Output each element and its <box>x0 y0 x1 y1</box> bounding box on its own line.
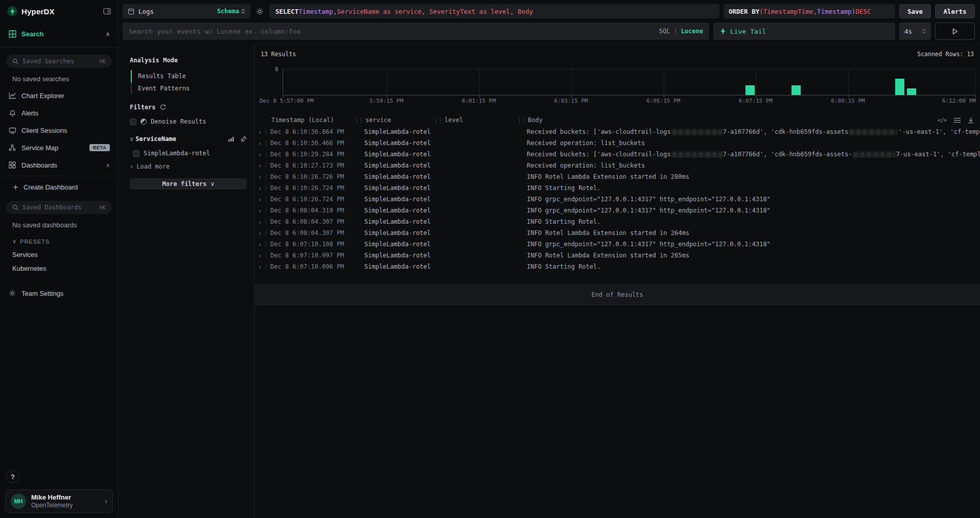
row-expander-icon[interactable]: › <box>258 173 264 181</box>
sidebar-item-client-sessions[interactable]: Client Sessions <box>0 122 118 139</box>
row-expander-icon[interactable]: › <box>258 128 264 136</box>
presets-section-toggle[interactable]: ∨ PRESETS <box>0 233 118 248</box>
refresh-icon[interactable] <box>160 104 166 110</box>
table-row[interactable]: ›Dec 8 6:10:26.724 PMSimpleLambda-rotelI… <box>254 194 980 205</box>
schema-label: Schema <box>217 8 239 15</box>
table-row[interactable]: ›Dec 8 6:10:26.724 PMSimpleLambda-rotelI… <box>254 182 980 194</box>
preset-item-services[interactable]: Services <box>0 248 118 262</box>
row-expander-icon[interactable]: › <box>258 151 264 158</box>
row-expander-icon[interactable]: › <box>258 162 264 170</box>
sql-mode-button[interactable]: SQL <box>659 28 670 35</box>
column-header-service[interactable]: ⋮⋮service <box>354 116 433 124</box>
cell-timestamp: Dec 8 6:10:36.864 PM <box>270 128 357 135</box>
sidebar-item-alerts[interactable]: Alerts <box>0 104 118 122</box>
column-drag-handle[interactable]: ⋮⋮ <box>354 117 362 124</box>
preset-item-kubernetes[interactable]: Kubernetes <box>0 262 118 275</box>
table-row[interactable]: ›Dec 8 6:10:36.466 PMSimpleLambda-rotelR… <box>254 137 980 149</box>
schema-toggle[interactable]: Schema <box>217 8 245 15</box>
analysis-mode-results-table[interactable]: Results Table <box>131 70 247 82</box>
filter-group-servicename[interactable]: ∨ ServiceName <box>130 135 247 143</box>
denoise-results-option[interactable]: Denoise Results <box>130 118 247 125</box>
row-expander-icon[interactable]: › <box>258 218 264 226</box>
run-query-button[interactable] <box>935 22 975 40</box>
lucene-mode-button[interactable]: Lucene <box>681 28 703 35</box>
row-expander-icon[interactable]: › <box>258 229 264 237</box>
table-row[interactable]: ›Dec 8 6:10:36.864 PMSimpleLambda-rotelR… <box>254 126 980 137</box>
select-clause-input[interactable]: SELECT Timestamp, ServiceName as service… <box>269 4 719 18</box>
table-row[interactable]: ›Dec 8 6:07:10.108 PMSimpleLambda-rotelI… <box>254 239 980 250</box>
saved-searches-search[interactable]: ⌘K <box>6 55 112 68</box>
live-tail-button[interactable]: Live Tail <box>713 22 895 40</box>
row-expander-icon[interactable]: › <box>258 252 264 260</box>
order-by-clause-input[interactable]: ORDER BY (TimestampTime, Timestamp) DESC <box>724 4 895 18</box>
content: Logs Schema SELECT Timestamp, ServiceNam… <box>119 0 980 518</box>
table-row[interactable]: ›Dec 8 6:10:26.726 PMSimpleLambda-rotelI… <box>254 171 980 182</box>
help-button[interactable]: ? <box>6 470 19 483</box>
row-expander-icon[interactable]: › <box>258 263 264 271</box>
source-select[interactable]: Logs Schema <box>123 4 250 18</box>
pin-icon[interactable] <box>241 136 247 142</box>
sidebar-item-label: Chart Explorer <box>21 92 64 100</box>
chevron-up-icon[interactable]: ∧ <box>106 31 110 37</box>
sidebar-item-service-map[interactable]: Service Map BETA <box>0 139 118 156</box>
code-view-icon[interactable]: </> <box>938 117 947 123</box>
saved-dashboards-search[interactable]: ⌘K <box>6 201 112 214</box>
row-expander-icon[interactable]: › <box>258 207 264 215</box>
chevron-up-icon[interactable]: ∧ <box>106 162 110 169</box>
saved-searches-input[interactable] <box>22 58 84 65</box>
sidebar-collapse-icon[interactable] <box>103 8 111 15</box>
create-dashboard-button[interactable]: Create Dashboard <box>0 178 118 196</box>
more-filters-button[interactable]: More filters ∨ <box>130 178 247 190</box>
table-row[interactable]: ›Dec 8 6:10:29.284 PMSimpleLambda-rotelR… <box>254 149 980 160</box>
column-drag-handle[interactable]: ⋮⋮ <box>433 117 441 124</box>
x-axis-tick-label: 6:01:15 PM <box>462 98 496 104</box>
row-expander-icon[interactable]: › <box>258 196 264 203</box>
row-expander-icon[interactable]: › <box>258 184 264 192</box>
row-expander-icon[interactable]: › <box>258 241 264 248</box>
event-search-input[interactable] <box>129 28 659 35</box>
beta-badge: BETA <box>89 144 110 151</box>
saved-dashboards-input[interactable] <box>22 204 84 211</box>
column-drag-handle[interactable]: ⋮⋮ <box>517 117 525 124</box>
denoise-checkbox[interactable] <box>130 119 136 125</box>
analysis-mode-event-patterns[interactable]: Event Patterns <box>131 82 247 95</box>
event-search-bar[interactable]: SQL | Lucene <box>123 22 709 40</box>
row-expander-icon[interactable]: › <box>258 139 264 147</box>
source-settings-gear-icon[interactable] <box>254 8 265 15</box>
divider <box>0 47 118 48</box>
sidebar: HyperDX Search ∧ ⌘K No saved searches Ch… <box>0 0 119 518</box>
table-row[interactable]: ›Dec 8 6:08:04.307 PMSimpleLambda-rotelI… <box>254 216 980 227</box>
row-separator <box>266 162 266 169</box>
sidebar-item-chart-explorer[interactable]: Chart Explorer <box>0 87 118 104</box>
table-row[interactable]: ›Dec 8 6:07:10.096 PMSimpleLambda-rotelI… <box>254 261 980 272</box>
profile-card[interactable]: MH Mike Heffner OpenTelemetry › <box>5 489 113 513</box>
row-density-icon[interactable] <box>954 117 961 123</box>
download-icon[interactable] <box>968 117 974 124</box>
filter-value-checkbox[interactable] <box>133 150 139 157</box>
table-row[interactable]: ›Dec 8 6:10:27.173 PMSimpleLambda-rotelR… <box>254 160 980 171</box>
table-toolbar: </> <box>938 117 980 124</box>
table-row[interactable]: ›Dec 8 6:07:10.097 PMSimpleLambda-rotelI… <box>254 250 980 261</box>
alerts-button[interactable]: Alerts <box>935 4 975 18</box>
row-separator <box>266 241 266 247</box>
column-header-level[interactable]: ⋮⋮level <box>433 116 517 124</box>
table-row[interactable]: ›Dec 8 6:08:04.319 PMSimpleLambda-rotelI… <box>254 205 980 216</box>
analysis-mode-list: Results TableEvent Patterns <box>131 70 247 95</box>
bar-chart-icon[interactable] <box>228 136 235 142</box>
denoise-contrast-icon <box>141 119 147 125</box>
refresh-interval-select[interactable]: 4s <box>899 22 931 40</box>
histogram-bar <box>791 85 801 95</box>
sidebar-item-search[interactable]: Search ∧ <box>0 22 118 45</box>
sidebar-item-dashboards[interactable]: Dashboards ∧ <box>0 156 118 174</box>
load-more-button[interactable]: › Load more <box>130 163 247 170</box>
column-header-body[interactable]: ⋮⋮Body <box>517 116 938 124</box>
column-header-timestamp-local[interactable]: Timestamp (Local) <box>258 116 354 124</box>
denoise-label: Denoise Results <box>151 118 206 125</box>
cell-service: SimpleLambda-rotel <box>357 173 436 180</box>
gridline <box>387 69 387 95</box>
sidebar-item-team-settings[interactable]: Team Settings <box>0 285 118 302</box>
gridline <box>479 69 480 95</box>
save-button[interactable]: Save <box>899 4 931 18</box>
table-row[interactable]: ›Dec 8 6:08:04.307 PMSimpleLambda-rotelI… <box>254 227 980 239</box>
filter-value-row[interactable]: SimpleLambda-rotel <box>130 150 247 157</box>
